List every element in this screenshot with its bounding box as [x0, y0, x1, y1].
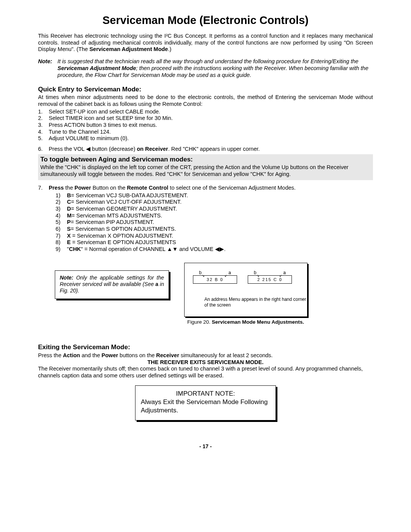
- volume-left-icon: ◀: [215, 246, 220, 252]
- figure-20-wrapper: ba ↘ ↙ 32 B 0 ba ↘ ↙ 2 215 C 0: [184, 263, 307, 325]
- ex-a: Press the: [38, 352, 63, 358]
- arrow-icon: ↙: [279, 274, 283, 278]
- step-1: 1.Select SET-UP icon and select CABLE mo…: [38, 109, 373, 115]
- ex-e: buttons on the: [118, 352, 156, 358]
- mode-9-text: "CHK" = Normal operation of CHANNEL ▲▼ a…: [67, 246, 226, 253]
- mode-4: 4)M= Serviceman MTS ADJUSTMENTS.: [56, 212, 373, 219]
- page-number: - 17 -: [38, 443, 373, 450]
- ex-d: Power: [102, 352, 118, 358]
- note-body-b: Serviceman Adjustment Mode: [57, 65, 136, 71]
- figure-20-caption: Figure 20. Serviceman Mode Menu Adjustme…: [187, 319, 307, 325]
- cell2-label-b: b: [254, 270, 256, 276]
- mode-5: 5)P= Serviceman PIP ADJUSTMENT.: [56, 219, 373, 226]
- intro-tail: .): [168, 46, 171, 52]
- m9d: and VOLUME: [178, 246, 215, 252]
- toggle-mode-box: To toggle between Aging and Serviceman m…: [38, 154, 373, 180]
- quick-steps-list: 1.Select SET-UP icon and select CABLE mo…: [38, 109, 373, 153]
- note-label: Note:: [38, 58, 52, 78]
- mode-sublist: 1)B= Serviceman VCJ SUB-DATA ADJUSTEMENT…: [56, 192, 373, 253]
- m7k: X: [67, 233, 72, 239]
- figure-inner-caption: An address Menu appears in the right han…: [204, 297, 307, 308]
- m6t: = Serviceman S OPTION ADJUSTMENTS.: [71, 226, 176, 232]
- sn-c: a: [155, 281, 158, 287]
- important-title: IMPORTANT NOTE:: [141, 390, 270, 398]
- s6b: button (decrease): [91, 146, 137, 152]
- intro-paragraph: This Receiver has electronic technology …: [38, 33, 373, 53]
- m4t: = Serviceman MTS ADJUSTMENTS.: [72, 212, 162, 219]
- m8t: = Serviceman E OPTION ADJUSTMENTS: [72, 239, 176, 245]
- m2t: = Serviceman VCJ CUT-OFF ADJUSTMENT.: [71, 199, 181, 205]
- m1t: = Serviceman VCJ SUB-DATA ADJUSTEMENT.: [71, 192, 188, 198]
- ex-f: Receiver: [156, 352, 179, 358]
- step-7-text: Press the Power Button on the Remote Con…: [49, 185, 296, 192]
- quick-intro: At times when minor adjustments need to …: [38, 94, 373, 107]
- s6a: Press the VOL: [49, 146, 86, 152]
- step-3: 3.Press ACTION button 3 times to exit me…: [38, 122, 373, 129]
- note-figure-row: Note: Only the applicable settings for t…: [38, 263, 373, 325]
- ex-b: Action: [63, 352, 80, 358]
- step-7: 7.Press the Power Button on the Remote C…: [38, 185, 373, 192]
- s6d: . Red "CHK" appears in upper corner.: [168, 146, 260, 152]
- mode-9: 9)"CHK" = Normal operation of CHANNEL ▲▼…: [56, 246, 373, 253]
- menu-cell-1: ba ↘ ↙ 32 B 0: [193, 270, 237, 284]
- step-3-text: Press ACTION button 3 times to exit menu…: [49, 122, 157, 129]
- ex-g: simultaneously for at least 2 seconds.: [179, 352, 273, 358]
- m5t: = Serviceman PIP ADJUSTMENT.: [71, 219, 154, 225]
- step-7-list: 7.Press the Power Button on the Remote C…: [38, 185, 373, 192]
- m1k: B: [67, 192, 71, 198]
- arrow-icon: ↘: [256, 274, 260, 278]
- volume-right-icon: ▶: [220, 246, 224, 252]
- step-1-text: Select SET-UP icon and select CABLE mode…: [49, 109, 160, 115]
- important-body: Always Exit the Serviceman Mode Followin…: [141, 398, 270, 415]
- sn-a: Note:: [60, 275, 73, 281]
- vol-left-icon: ◀: [86, 146, 91, 152]
- step-4: 4.Tune to the Channel 124.: [38, 129, 373, 136]
- sn-b: Only the applicable settings for the Rec…: [60, 275, 164, 287]
- s7e: Remote Control: [127, 185, 169, 191]
- step-4-text: Tune to the Channel 124.: [49, 129, 111, 136]
- m9e: .: [224, 246, 226, 252]
- mode-3: 3)D= Serviceman GEOMETRY ADJUSTMENT.: [56, 206, 373, 212]
- s7f: to select one of the Serviceman Adjustme…: [168, 185, 295, 191]
- s7b: the: [64, 185, 75, 191]
- fig-label-b: Serviceman Mode Menu Adjustments.: [212, 319, 304, 325]
- ex-c: and the: [80, 352, 101, 358]
- exit-line-1: Press the Action and the Power buttons o…: [38, 352, 373, 359]
- m9c: " = Normal operation of CHANNEL: [81, 246, 167, 252]
- step-2: 2.Select TIMER icon and set SLEEP time f…: [38, 115, 373, 122]
- page-title: Serviceman Mode (Electronic Controls): [38, 14, 373, 27]
- s7d: Button on the: [91, 185, 127, 191]
- arrow-icon: ↙: [225, 274, 228, 278]
- exit-bold: THE RECEIVER EXITS SERVICEMAN MODE.: [147, 359, 263, 365]
- channel-up-icon: ▲: [167, 246, 172, 252]
- menu-cell-2: ba ↘ ↙ 2 215 C 0: [248, 270, 292, 284]
- channel-down-icon: ▼: [172, 246, 178, 252]
- m3t: = Serviceman GEOMETRY ADJUSTMENT.: [71, 206, 177, 212]
- note-technician: Note: It is suggested that the technicia…: [38, 58, 373, 78]
- m8k: E: [67, 239, 72, 245]
- step-5-text: Adjust VOLUME to minimum (0).: [49, 135, 129, 142]
- exit-bold-line: THE RECEIVER EXITS SERVICEMAN MODE.: [38, 359, 373, 366]
- s7a: Press: [49, 185, 64, 191]
- cell1-box: ↘ ↙ 32 B 0: [193, 275, 237, 284]
- heading-quick-entry: Quick Entry to Serviceman Mode:: [38, 86, 373, 94]
- m6k: S: [67, 226, 71, 232]
- important-note-box: IMPORTANT NOTE: Always Exit the Servicem…: [135, 385, 276, 420]
- figure-20-box: ba ↘ ↙ 32 B 0 ba ↘ ↙ 2 215 C 0: [184, 263, 307, 317]
- cell1-label-a: a: [228, 270, 231, 276]
- arrow-icon: ↘: [202, 274, 206, 278]
- cell1-value: 32 B 0: [207, 277, 223, 282]
- step-6: 6.Press the VOL ◀ button (decrease) on R…: [38, 146, 373, 153]
- m7t: = Serviceman X OPTION ADJUSTMENT.: [72, 233, 174, 239]
- heading-exit: Exiting the Serviceman Mode:: [38, 343, 373, 351]
- toggle-title: To toggle between Aging and Serviceman m…: [40, 156, 371, 164]
- mode-8: 8)E = Serviceman E OPTION ADJUSTMENTS: [56, 239, 373, 246]
- intro-bold: Serviceman Adjustment Mode: [89, 46, 168, 52]
- m3k: D: [67, 206, 71, 212]
- mode-1: 1)B= Serviceman VCJ SUB-DATA ADJUSTEMENT…: [56, 192, 373, 199]
- step-2-text: Select TIMER icon and set SLEEP time for…: [49, 115, 173, 122]
- m4k: M: [67, 212, 72, 219]
- note-body: It is suggested that the technician read…: [57, 58, 373, 78]
- mode-7: 7)X = Serviceman X OPTION ADJUSTMENT.: [56, 233, 373, 240]
- intro-text: This Receiver has electronic technology …: [38, 33, 373, 52]
